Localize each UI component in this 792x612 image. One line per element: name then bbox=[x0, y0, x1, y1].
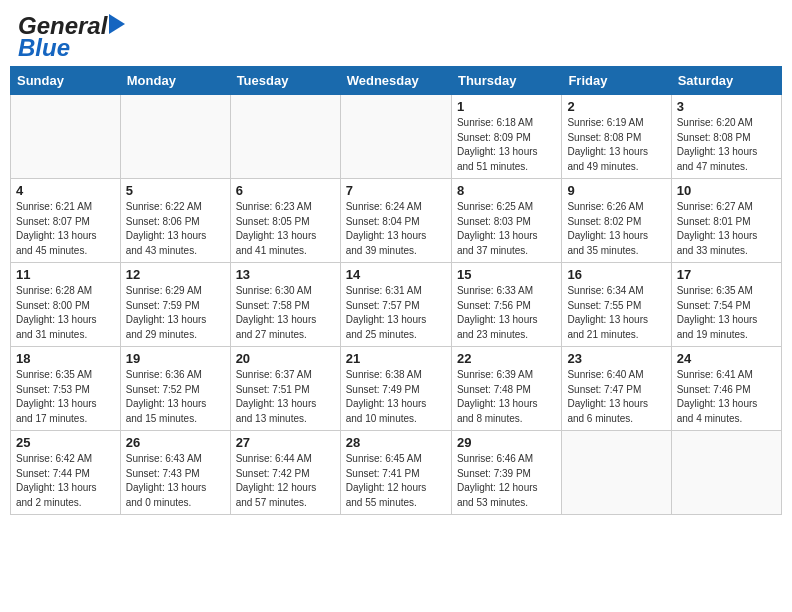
calendar-header-thursday: Thursday bbox=[451, 67, 561, 95]
day-number: 25 bbox=[16, 435, 115, 450]
calendar-day-25: 25Sunrise: 6:42 AMSunset: 7:44 PMDayligh… bbox=[11, 431, 121, 515]
day-info: Sunrise: 6:20 AMSunset: 8:08 PMDaylight:… bbox=[677, 116, 776, 174]
day-number: 11 bbox=[16, 267, 115, 282]
calendar-week-row: 18Sunrise: 6:35 AMSunset: 7:53 PMDayligh… bbox=[11, 347, 782, 431]
day-info: Sunrise: 6:43 AMSunset: 7:43 PMDaylight:… bbox=[126, 452, 225, 510]
svg-marker-0 bbox=[109, 14, 125, 34]
calendar-day-3: 3Sunrise: 6:20 AMSunset: 8:08 PMDaylight… bbox=[671, 95, 781, 179]
day-info: Sunrise: 6:36 AMSunset: 7:52 PMDaylight:… bbox=[126, 368, 225, 426]
day-info: Sunrise: 6:34 AMSunset: 7:55 PMDaylight:… bbox=[567, 284, 665, 342]
day-info: Sunrise: 6:30 AMSunset: 7:58 PMDaylight:… bbox=[236, 284, 335, 342]
day-number: 28 bbox=[346, 435, 446, 450]
day-number: 8 bbox=[457, 183, 556, 198]
calendar-empty-cell bbox=[671, 431, 781, 515]
day-number: 21 bbox=[346, 351, 446, 366]
calendar-week-row: 25Sunrise: 6:42 AMSunset: 7:44 PMDayligh… bbox=[11, 431, 782, 515]
calendar-day-10: 10Sunrise: 6:27 AMSunset: 8:01 PMDayligh… bbox=[671, 179, 781, 263]
day-number: 22 bbox=[457, 351, 556, 366]
day-info: Sunrise: 6:45 AMSunset: 7:41 PMDaylight:… bbox=[346, 452, 446, 510]
calendar-header-sunday: Sunday bbox=[11, 67, 121, 95]
calendar-day-27: 27Sunrise: 6:44 AMSunset: 7:42 PMDayligh… bbox=[230, 431, 340, 515]
day-info: Sunrise: 6:28 AMSunset: 8:00 PMDaylight:… bbox=[16, 284, 115, 342]
day-number: 26 bbox=[126, 435, 225, 450]
day-info: Sunrise: 6:41 AMSunset: 7:46 PMDaylight:… bbox=[677, 368, 776, 426]
day-number: 10 bbox=[677, 183, 776, 198]
day-number: 24 bbox=[677, 351, 776, 366]
day-number: 6 bbox=[236, 183, 335, 198]
calendar-week-row: 1Sunrise: 6:18 AMSunset: 8:09 PMDaylight… bbox=[11, 95, 782, 179]
day-info: Sunrise: 6:29 AMSunset: 7:59 PMDaylight:… bbox=[126, 284, 225, 342]
calendar-table: SundayMondayTuesdayWednesdayThursdayFrid… bbox=[10, 66, 782, 515]
calendar-header-friday: Friday bbox=[562, 67, 671, 95]
calendar-day-16: 16Sunrise: 6:34 AMSunset: 7:55 PMDayligh… bbox=[562, 263, 671, 347]
calendar-day-9: 9Sunrise: 6:26 AMSunset: 8:02 PMDaylight… bbox=[562, 179, 671, 263]
calendar-header-row: SundayMondayTuesdayWednesdayThursdayFrid… bbox=[11, 67, 782, 95]
day-number: 29 bbox=[457, 435, 556, 450]
day-info: Sunrise: 6:33 AMSunset: 7:56 PMDaylight:… bbox=[457, 284, 556, 342]
logo-arrow-icon bbox=[109, 14, 125, 34]
day-info: Sunrise: 6:46 AMSunset: 7:39 PMDaylight:… bbox=[457, 452, 556, 510]
calendar-day-7: 7Sunrise: 6:24 AMSunset: 8:04 PMDaylight… bbox=[340, 179, 451, 263]
logo-blue: Blue bbox=[18, 34, 70, 62]
logo: General Blue bbox=[18, 12, 125, 62]
day-number: 14 bbox=[346, 267, 446, 282]
calendar-header-monday: Monday bbox=[120, 67, 230, 95]
calendar-day-14: 14Sunrise: 6:31 AMSunset: 7:57 PMDayligh… bbox=[340, 263, 451, 347]
calendar-day-13: 13Sunrise: 6:30 AMSunset: 7:58 PMDayligh… bbox=[230, 263, 340, 347]
day-number: 2 bbox=[567, 99, 665, 114]
calendar-day-24: 24Sunrise: 6:41 AMSunset: 7:46 PMDayligh… bbox=[671, 347, 781, 431]
day-info: Sunrise: 6:25 AMSunset: 8:03 PMDaylight:… bbox=[457, 200, 556, 258]
day-number: 27 bbox=[236, 435, 335, 450]
calendar-wrapper: SundayMondayTuesdayWednesdayThursdayFrid… bbox=[0, 66, 792, 515]
day-number: 16 bbox=[567, 267, 665, 282]
calendar-empty-cell bbox=[120, 95, 230, 179]
calendar-empty-cell bbox=[11, 95, 121, 179]
calendar-day-4: 4Sunrise: 6:21 AMSunset: 8:07 PMDaylight… bbox=[11, 179, 121, 263]
calendar-header-tuesday: Tuesday bbox=[230, 67, 340, 95]
calendar-day-29: 29Sunrise: 6:46 AMSunset: 7:39 PMDayligh… bbox=[451, 431, 561, 515]
day-number: 9 bbox=[567, 183, 665, 198]
calendar-header-saturday: Saturday bbox=[671, 67, 781, 95]
day-info: Sunrise: 6:35 AMSunset: 7:53 PMDaylight:… bbox=[16, 368, 115, 426]
day-number: 4 bbox=[16, 183, 115, 198]
calendar-day-15: 15Sunrise: 6:33 AMSunset: 7:56 PMDayligh… bbox=[451, 263, 561, 347]
day-info: Sunrise: 6:27 AMSunset: 8:01 PMDaylight:… bbox=[677, 200, 776, 258]
day-info: Sunrise: 6:26 AMSunset: 8:02 PMDaylight:… bbox=[567, 200, 665, 258]
day-info: Sunrise: 6:37 AMSunset: 7:51 PMDaylight:… bbox=[236, 368, 335, 426]
day-info: Sunrise: 6:39 AMSunset: 7:48 PMDaylight:… bbox=[457, 368, 556, 426]
calendar-week-row: 11Sunrise: 6:28 AMSunset: 8:00 PMDayligh… bbox=[11, 263, 782, 347]
day-number: 17 bbox=[677, 267, 776, 282]
day-info: Sunrise: 6:31 AMSunset: 7:57 PMDaylight:… bbox=[346, 284, 446, 342]
day-info: Sunrise: 6:38 AMSunset: 7:49 PMDaylight:… bbox=[346, 368, 446, 426]
calendar-day-6: 6Sunrise: 6:23 AMSunset: 8:05 PMDaylight… bbox=[230, 179, 340, 263]
day-number: 5 bbox=[126, 183, 225, 198]
day-info: Sunrise: 6:22 AMSunset: 8:06 PMDaylight:… bbox=[126, 200, 225, 258]
calendar-day-20: 20Sunrise: 6:37 AMSunset: 7:51 PMDayligh… bbox=[230, 347, 340, 431]
calendar-day-18: 18Sunrise: 6:35 AMSunset: 7:53 PMDayligh… bbox=[11, 347, 121, 431]
calendar-day-12: 12Sunrise: 6:29 AMSunset: 7:59 PMDayligh… bbox=[120, 263, 230, 347]
calendar-day-5: 5Sunrise: 6:22 AMSunset: 8:06 PMDaylight… bbox=[120, 179, 230, 263]
calendar-week-row: 4Sunrise: 6:21 AMSunset: 8:07 PMDaylight… bbox=[11, 179, 782, 263]
day-info: Sunrise: 6:42 AMSunset: 7:44 PMDaylight:… bbox=[16, 452, 115, 510]
day-number: 7 bbox=[346, 183, 446, 198]
calendar-day-21: 21Sunrise: 6:38 AMSunset: 7:49 PMDayligh… bbox=[340, 347, 451, 431]
calendar-header-wednesday: Wednesday bbox=[340, 67, 451, 95]
day-info: Sunrise: 6:21 AMSunset: 8:07 PMDaylight:… bbox=[16, 200, 115, 258]
day-number: 3 bbox=[677, 99, 776, 114]
calendar-day-23: 23Sunrise: 6:40 AMSunset: 7:47 PMDayligh… bbox=[562, 347, 671, 431]
calendar-day-17: 17Sunrise: 6:35 AMSunset: 7:54 PMDayligh… bbox=[671, 263, 781, 347]
calendar-empty-cell bbox=[562, 431, 671, 515]
day-number: 15 bbox=[457, 267, 556, 282]
calendar-empty-cell bbox=[230, 95, 340, 179]
day-number: 18 bbox=[16, 351, 115, 366]
calendar-day-1: 1Sunrise: 6:18 AMSunset: 8:09 PMDaylight… bbox=[451, 95, 561, 179]
calendar-day-26: 26Sunrise: 6:43 AMSunset: 7:43 PMDayligh… bbox=[120, 431, 230, 515]
day-info: Sunrise: 6:18 AMSunset: 8:09 PMDaylight:… bbox=[457, 116, 556, 174]
day-number: 1 bbox=[457, 99, 556, 114]
day-info: Sunrise: 6:44 AMSunset: 7:42 PMDaylight:… bbox=[236, 452, 335, 510]
calendar-day-22: 22Sunrise: 6:39 AMSunset: 7:48 PMDayligh… bbox=[451, 347, 561, 431]
calendar-day-11: 11Sunrise: 6:28 AMSunset: 8:00 PMDayligh… bbox=[11, 263, 121, 347]
day-info: Sunrise: 6:19 AMSunset: 8:08 PMDaylight:… bbox=[567, 116, 665, 174]
day-number: 23 bbox=[567, 351, 665, 366]
calendar-empty-cell bbox=[340, 95, 451, 179]
